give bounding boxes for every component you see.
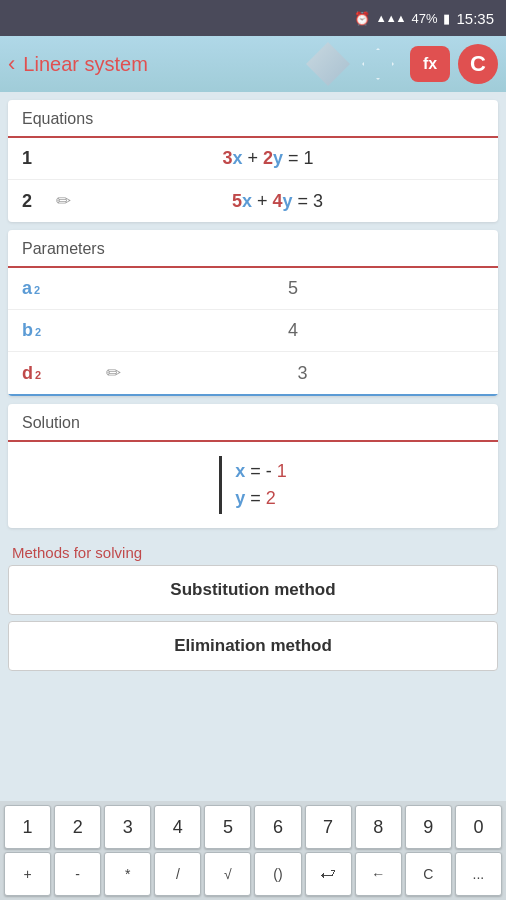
key-divide[interactable]: / xyxy=(154,852,201,896)
key-4[interactable]: 4 xyxy=(154,805,201,849)
solution-line-y: y = 2 xyxy=(235,488,287,509)
key-backspace[interactable]: ← xyxy=(355,852,402,896)
eq-formula-1: 3x + 2y = 1 xyxy=(52,148,484,169)
key-1[interactable]: 1 xyxy=(4,805,51,849)
signal-icon: ▲▲▲ xyxy=(376,12,406,24)
param-value-b2: 4 xyxy=(102,320,484,341)
page-title: Linear system xyxy=(23,53,298,76)
status-bar: ⏰ ▲▲▲ 47% ▮ 15:35 xyxy=(0,0,506,36)
key-sqrt[interactable]: √ xyxy=(204,852,251,896)
back-button[interactable]: ‹ xyxy=(8,51,15,77)
eq-formula-2: 5x + 4y = 3 xyxy=(71,191,484,212)
key-enter[interactable]: ⮐ xyxy=(305,852,352,896)
status-time: 15:35 xyxy=(456,10,494,27)
equation-row-2: 2 ✏ 5x + 4y = 3 xyxy=(8,180,498,222)
key-0[interactable]: 0 xyxy=(455,805,502,849)
eq-num-2: 2 xyxy=(22,191,52,212)
toolbar: ‹ Linear system fx C xyxy=(0,36,506,92)
elimination-method-button[interactable]: Elimination method xyxy=(8,621,498,671)
solution-card: Solution x = - 1 y = 2 xyxy=(8,404,498,528)
eq-num-1: 1 xyxy=(22,148,52,169)
battery-percent: 47% xyxy=(411,11,437,26)
solution-vars: x = - 1 y = 2 xyxy=(235,461,287,509)
key-parentheses[interactable]: () xyxy=(254,852,301,896)
param-row-b2: b2 4 xyxy=(8,310,498,352)
methods-section: Methods for solving Substitution method … xyxy=(8,536,498,677)
keyboard-row-ops: + - * / √ () ⮐ ← C ... xyxy=(4,852,502,896)
key-7[interactable]: 7 xyxy=(305,805,352,849)
solution-title: Solution xyxy=(8,404,498,442)
param-label-b2: b2 xyxy=(22,320,102,341)
key-clear[interactable]: C xyxy=(405,852,452,896)
diamond-shape-icon xyxy=(306,42,350,86)
solution-line-x: x = - 1 xyxy=(235,461,287,482)
solution-content: x = - 1 y = 2 xyxy=(8,442,498,528)
param-label-d2: d2 xyxy=(22,363,102,384)
main-content: Equations 1 3x + 2y = 1 2 ✏ 5x + 4y = 3 xyxy=(0,92,506,900)
param-value-d2: 3 xyxy=(121,363,484,384)
param-edit-icon-d2[interactable]: ✏ xyxy=(106,362,121,384)
solution-bracket-icon xyxy=(219,456,227,514)
fx-button[interactable]: fx xyxy=(410,46,450,82)
battery-icon: ▮ xyxy=(443,11,450,26)
key-plus[interactable]: + xyxy=(4,852,51,896)
key-2[interactable]: 2 xyxy=(54,805,101,849)
key-minus[interactable]: - xyxy=(54,852,101,896)
param-value-a2: 5 xyxy=(102,278,484,299)
parameters-title: Parameters xyxy=(8,230,498,268)
param-row-d2: d2 ✏ 3 xyxy=(8,352,498,396)
keyboard: 1 2 3 4 5 6 7 8 9 0 + - * / √ () ⮐ ← C .… xyxy=(0,801,506,900)
equations-title: Equations xyxy=(8,100,498,138)
substitution-method-button[interactable]: Substitution method xyxy=(8,565,498,615)
methods-label: Methods for solving xyxy=(8,536,498,565)
alarm-icon: ⏰ xyxy=(354,11,370,26)
param-row-a2: a2 5 xyxy=(8,268,498,310)
key-3[interactable]: 3 xyxy=(104,805,151,849)
eq-edit-icon-2[interactable]: ✏ xyxy=(56,190,71,212)
key-6[interactable]: 6 xyxy=(254,805,301,849)
key-multiply[interactable]: * xyxy=(104,852,151,896)
param-label-a2: a2 xyxy=(22,278,102,299)
key-9[interactable]: 9 xyxy=(405,805,452,849)
keyboard-row-digits: 1 2 3 4 5 6 7 8 9 0 xyxy=(4,805,502,849)
key-more[interactable]: ... xyxy=(455,852,502,896)
c-button[interactable]: C xyxy=(458,44,498,84)
diamond-outline-icon xyxy=(362,48,394,80)
key-8[interactable]: 8 xyxy=(355,805,402,849)
equations-card: Equations 1 3x + 2y = 1 2 ✏ 5x + 4y = 3 xyxy=(8,100,498,222)
key-5[interactable]: 5 xyxy=(204,805,251,849)
parameters-card: Parameters a2 5 b2 4 d2 ✏ 3 xyxy=(8,230,498,396)
equation-row-1: 1 3x + 2y = 1 xyxy=(8,138,498,180)
back-arrow-icon: ‹ xyxy=(8,51,15,77)
